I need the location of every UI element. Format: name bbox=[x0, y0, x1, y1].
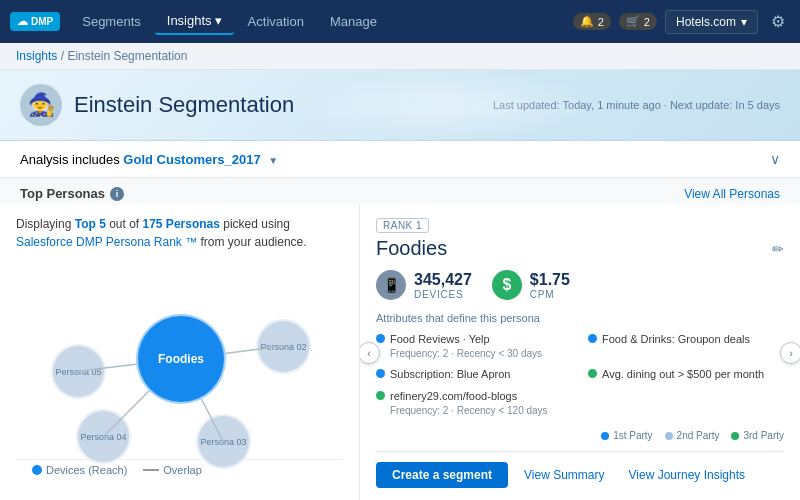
persona-next-button[interactable]: › bbox=[780, 342, 800, 364]
legend-overlap: Overlap bbox=[143, 464, 202, 476]
stat-devices: 📱 345,427 DEVICES bbox=[376, 270, 472, 300]
devices-value: 345,427 bbox=[414, 271, 472, 289]
overlap-legend-line bbox=[143, 469, 159, 471]
nav-right: 🔔 2 🛒 2 Hotels.com ▾ ⚙ bbox=[573, 10, 790, 34]
personas-left: Displaying Top 5 out of 175 Personas pic… bbox=[0, 205, 360, 500]
legend-devices: Devices (Reach) bbox=[32, 464, 127, 476]
attr-dot-5 bbox=[376, 391, 385, 400]
attrs-title: Attributes that define this persona bbox=[376, 312, 784, 324]
section-title: Top Personas i bbox=[20, 186, 124, 201]
filter-link[interactable]: Gold Customers_2017 bbox=[123, 152, 260, 167]
party-1st-dot bbox=[601, 432, 609, 440]
attr-dot-3 bbox=[376, 369, 385, 378]
chart-legend: Devices (Reach) Overlap bbox=[16, 459, 343, 480]
collapse-button[interactable]: ∨ bbox=[770, 151, 780, 167]
bell-icon: 🔔 bbox=[580, 15, 594, 28]
brand-logo[interactable]: ☁ DMP bbox=[10, 12, 60, 31]
action-row: Create a segment View Summary View Journ… bbox=[376, 451, 784, 488]
analysis-bar: Analysis includes Gold Customers_2017 ▼ … bbox=[0, 141, 800, 178]
attr-food-reviews: Food Reviews · Yelp Frequency: 2 · Recen… bbox=[376, 332, 572, 361]
attrs-grid: Food Reviews · Yelp Frequency: 2 · Recen… bbox=[376, 332, 784, 418]
view-journey-insights-button[interactable]: View Journey Insights bbox=[621, 462, 754, 488]
rank-badge: RANK 1 bbox=[376, 218, 429, 233]
edit-icon[interactable]: ✏ bbox=[772, 241, 784, 257]
persona-rank-link[interactable]: Salesforce DMP Persona Rank ™ bbox=[16, 235, 197, 249]
notification-badge[interactable]: 🔔 2 bbox=[573, 13, 611, 30]
persona-name: Foodies bbox=[376, 237, 447, 260]
last-updated-text: Last updated: Today, 1 minute ago · Next… bbox=[493, 99, 780, 111]
cart-badge[interactable]: 🛒 2 bbox=[619, 13, 657, 30]
breadcrumb: Insights / Einstein Segmentation bbox=[0, 43, 800, 70]
cpm-value: $1.75 bbox=[530, 271, 570, 289]
page-header: 🧙 Einstein Segmentation Last updated: To… bbox=[0, 70, 800, 141]
stats-row: 📱 345,427 DEVICES $ $1.75 CPM bbox=[376, 270, 784, 300]
party-2nd-dot bbox=[665, 432, 673, 440]
chevron-down-icon: ▾ bbox=[215, 13, 222, 28]
devices-label: DEVICES bbox=[414, 289, 472, 300]
personas-panel: Displaying Top 5 out of 175 Personas pic… bbox=[0, 205, 800, 500]
filter-chevron-icon[interactable]: ▼ bbox=[268, 155, 278, 166]
attr-dot-4 bbox=[588, 369, 597, 378]
attr-groupon: Food & Drinks: Groupon deals bbox=[588, 332, 784, 361]
salesforce-icon: ☁ bbox=[17, 15, 28, 28]
site-selector[interactable]: Hotels.com ▾ bbox=[665, 10, 758, 34]
nav-insights[interactable]: Insights ▾ bbox=[155, 8, 234, 35]
main-content: Top Personas i View All Personas Display… bbox=[0, 178, 800, 500]
dollar-icon: $ bbox=[492, 270, 522, 300]
personas-description: Displaying Top 5 out of 175 Personas pic… bbox=[16, 215, 343, 251]
attr-blue-apron: Subscription: Blue Apron bbox=[376, 367, 572, 382]
nav-items: Segments Insights ▾ Activation Manage bbox=[70, 8, 572, 35]
navbar: ☁ DMP Segments Insights ▾ Activation Man… bbox=[0, 0, 800, 43]
einstein-icon: 🧙 bbox=[28, 92, 55, 118]
create-segment-button[interactable]: Create a segment bbox=[376, 462, 508, 488]
stat-cpm: $ $1.75 CPM bbox=[492, 270, 570, 300]
breadcrumb-insights[interactable]: Insights bbox=[16, 49, 57, 63]
attr-dot-2 bbox=[588, 334, 597, 343]
party-1st: 1st Party bbox=[601, 430, 652, 441]
party-3rd: 3rd Party bbox=[731, 430, 784, 441]
nav-segments[interactable]: Segments bbox=[70, 8, 153, 35]
breadcrumb-current: Einstein Segmentation bbox=[67, 49, 187, 63]
bubble-chart: Foodies Persona 05 Persona 02 Persona 04… bbox=[16, 259, 343, 459]
cart-icon: 🛒 bbox=[626, 15, 640, 28]
view-summary-button[interactable]: View Summary bbox=[516, 462, 612, 488]
party-2nd: 2nd Party bbox=[665, 430, 720, 441]
party-3rd-dot bbox=[731, 432, 739, 440]
cpm-label: CPM bbox=[530, 289, 570, 300]
header-left: 🧙 Einstein Segmentation bbox=[20, 84, 294, 126]
attr-dot-1 bbox=[376, 334, 385, 343]
bubble-foodies[interactable]: Foodies bbox=[136, 314, 226, 404]
gear-button[interactable]: ⚙ bbox=[766, 10, 790, 33]
info-icon[interactable]: i bbox=[110, 187, 124, 201]
persona-detail: ‹ › RANK 1 Foodies ✏ 📱 345,427 DEVICES $ bbox=[360, 205, 800, 500]
view-all-personas-link[interactable]: View All Personas bbox=[684, 187, 780, 201]
section-header: Top Personas i View All Personas bbox=[0, 178, 800, 205]
brand-label: DMP bbox=[31, 16, 53, 27]
devices-legend-dot bbox=[32, 465, 42, 475]
nav-manage[interactable]: Manage bbox=[318, 8, 389, 35]
party-legend: 1st Party 2nd Party 3rd Party bbox=[376, 430, 784, 441]
attr-refinery29: refinery29.com/food-blogs Frequency: 2 ·… bbox=[376, 389, 572, 418]
nav-activation[interactable]: Activation bbox=[236, 8, 316, 35]
persona-name-row: Foodies ✏ bbox=[376, 237, 784, 260]
analysis-filter: Analysis includes Gold Customers_2017 ▼ bbox=[20, 152, 278, 167]
avatar: 🧙 bbox=[20, 84, 62, 126]
chevron-down-icon: ▾ bbox=[741, 15, 747, 29]
devices-icon: 📱 bbox=[376, 270, 406, 300]
attr-dining-out: Avg. dining out > $500 per month bbox=[588, 367, 784, 382]
page-title: Einstein Segmentation bbox=[74, 92, 294, 118]
gear-icon: ⚙ bbox=[771, 13, 785, 30]
